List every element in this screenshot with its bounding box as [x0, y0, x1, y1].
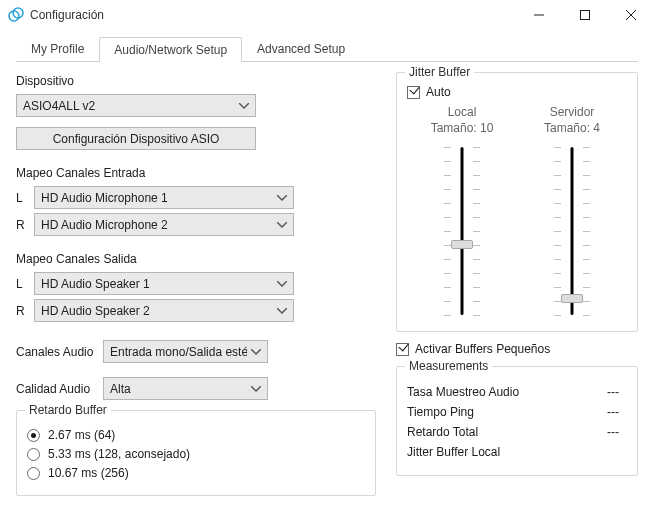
- jitter-auto-label: Auto: [426, 85, 451, 99]
- asio-config-label: Configuración Dispositivo ASIO: [53, 132, 220, 146]
- output-map-label: Mapeo Canales Salida: [16, 252, 376, 266]
- jitter-buffer-group: Jitter Buffer Auto Local Tamaño: 10 Serv…: [396, 72, 638, 332]
- buffer-delay-opt1-label: 2.67 ms (64): [48, 428, 115, 442]
- buffer-delay-opt3[interactable]: 10.67 ms (256): [27, 466, 365, 480]
- tab-advanced[interactable]: Advanced Setup: [242, 36, 360, 61]
- jitter-local-size: Tamaño: 10: [407, 121, 517, 135]
- channels-select[interactable]: Entrada mono/Salida estéreo: [103, 340, 268, 363]
- buffer-delay-group: Retardo Buffer 2.67 ms (64) 5.33 ms (128…: [16, 410, 376, 496]
- buffer-delay-legend: Retardo Buffer: [25, 403, 111, 417]
- small-buffers-checkbox[interactable]: Activar Buffers Pequeños: [396, 342, 638, 356]
- checkbox-icon: [396, 343, 409, 356]
- checkbox-icon: [407, 86, 420, 99]
- total-delay-value: ---: [607, 425, 627, 439]
- output-r-label: R: [16, 304, 34, 318]
- jitter-server-header: Servidor: [517, 105, 627, 119]
- input-l-select[interactable]: HD Audio Microphone 1: [34, 186, 294, 209]
- device-label: Dispositivo: [16, 74, 376, 88]
- radio-icon: [27, 448, 40, 461]
- close-button[interactable]: [608, 0, 654, 30]
- sample-rate-value: ---: [607, 385, 627, 399]
- jitter-buffer-legend: Jitter Buffer: [405, 65, 474, 79]
- buffer-delay-opt1[interactable]: 2.67 ms (64): [27, 428, 365, 442]
- radio-icon: [27, 467, 40, 480]
- window-title: Configuración: [30, 8, 516, 22]
- jitter-local-meas-label: Jitter Buffer Local: [407, 445, 607, 459]
- jitter-auto-checkbox[interactable]: Auto: [407, 85, 627, 99]
- quality-select[interactable]: Alta: [103, 377, 268, 400]
- buffer-delay-opt2-label: 5.33 ms (128, aconsejado): [48, 447, 190, 461]
- tab-my-profile[interactable]: My Profile: [16, 36, 99, 61]
- asio-config-button[interactable]: Configuración Dispositivo ASIO: [16, 127, 256, 150]
- output-l-select[interactable]: HD Audio Speaker 1: [34, 272, 294, 295]
- titlebar: Configuración: [0, 0, 654, 30]
- output-l-label: L: [16, 277, 34, 291]
- channels-label: Canales Audio: [16, 345, 103, 359]
- radio-icon: [27, 429, 40, 442]
- measurements-legend: Measurements: [405, 359, 492, 373]
- jitter-local-slider[interactable]: [442, 141, 482, 321]
- measurements-group: Measurements Tasa Muestreo Audio --- Tie…: [396, 366, 638, 476]
- ping-label: Tiempo Ping: [407, 405, 607, 419]
- total-delay-label: Retardo Total: [407, 425, 607, 439]
- sample-rate-label: Tasa Muestreo Audio: [407, 385, 607, 399]
- minimize-button[interactable]: [516, 0, 562, 30]
- maximize-button[interactable]: [562, 0, 608, 30]
- quality-label: Calidad Audio: [16, 382, 103, 396]
- tabs: My Profile Audio/Network Setup Advanced …: [16, 36, 638, 62]
- small-buffers-label: Activar Buffers Pequeños: [415, 342, 550, 356]
- svg-rect-3: [581, 11, 590, 20]
- jitter-server-slider[interactable]: [552, 141, 592, 321]
- device-select[interactable]: ASIO4ALL v2: [16, 94, 256, 117]
- buffer-delay-opt3-label: 10.67 ms (256): [48, 466, 129, 480]
- jitter-local-meas-value: [607, 445, 627, 459]
- input-r-label: R: [16, 218, 34, 232]
- ping-value: ---: [607, 405, 627, 419]
- output-r-select[interactable]: HD Audio Speaker 2: [34, 299, 294, 322]
- input-map-label: Mapeo Canales Entrada: [16, 166, 376, 180]
- tab-audio-network[interactable]: Audio/Network Setup: [99, 37, 242, 62]
- input-l-label: L: [16, 191, 34, 205]
- app-icon: [8, 7, 24, 23]
- window-buttons: [516, 0, 654, 30]
- jitter-local-header: Local: [407, 105, 517, 119]
- buffer-delay-opt2[interactable]: 5.33 ms (128, aconsejado): [27, 447, 365, 461]
- jitter-server-size: Tamaño: 4: [517, 121, 627, 135]
- input-r-select[interactable]: HD Audio Microphone 2: [34, 213, 294, 236]
